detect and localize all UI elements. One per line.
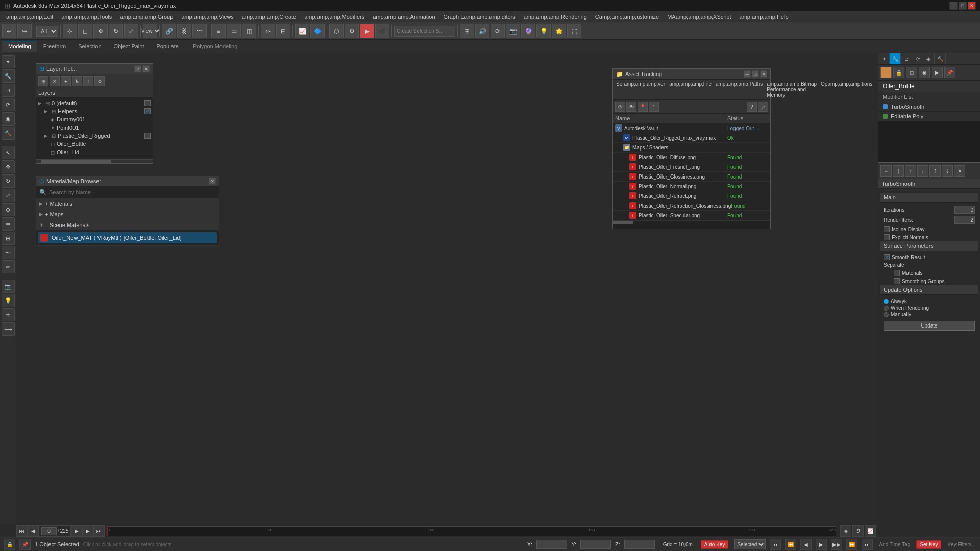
- hierarchy-btn[interactable]: ⊿: [2, 84, 15, 97]
- nav-icon-2[interactable]: |: [893, 165, 904, 177]
- asset-row-vault[interactable]: V Autodesk Vault Logged Out ...: [613, 123, 770, 133]
- menu-graph-editors[interactable]: Graph Eamp;amp;amp;ditors: [439, 13, 520, 21]
- rect-region-btn[interactable]: ▭: [227, 24, 241, 38]
- paint-left[interactable]: ✏: [2, 260, 15, 273]
- playback-play[interactable]: ▶: [816, 539, 827, 550]
- asset-row-refraction-glossiness[interactable]: i Plastic_Oiler_Refraction_Glossiness.pn…: [613, 201, 770, 211]
- status-icon-pin[interactable]: 📌: [19, 539, 31, 550]
- update-button[interactable]: Update: [884, 321, 975, 331]
- render-setup-btn[interactable]: ⚙: [345, 24, 359, 38]
- coord-system-select[interactable]: View: [139, 28, 161, 34]
- asset-tb-help[interactable]: ?: [747, 102, 757, 112]
- asset-menu-paths[interactable]: amp;amp;amp;Paths: [716, 81, 763, 98]
- smoothing-groups-checkbox[interactable]: [894, 278, 900, 284]
- tab-freeform[interactable]: Freeform: [37, 41, 72, 52]
- asset-scrollbar[interactable]: [613, 220, 770, 224]
- time-config-btn[interactable]: ⏱: [852, 525, 864, 537]
- asset-row-maps[interactable]: 📁 Maps / Shaders: [613, 143, 770, 153]
- asset-row-glossiness[interactable]: i Plastic_Oiler_Glossiness.png Found: [613, 172, 770, 182]
- nav-icon-1[interactable]: ←: [880, 165, 892, 177]
- search-input[interactable]: [49, 189, 216, 195]
- x-coord-input[interactable]: [536, 540, 567, 549]
- tab-modeling[interactable]: Modeling: [2, 41, 37, 52]
- timeline-track[interactable]: 0 50 100 150 200 225: [107, 526, 836, 536]
- key-filters-btn[interactable]: Key Filters...: [947, 542, 976, 547]
- asset-menu-file[interactable]: amp;amp;amp;File: [669, 81, 712, 98]
- nav-icon-7[interactable]: ✕: [954, 165, 965, 177]
- mirror-btn[interactable]: ⇔: [261, 24, 275, 38]
- materials-checkbox[interactable]: [894, 270, 900, 276]
- layer-tb-up[interactable]: ↑: [83, 76, 93, 86]
- asset-menu-bitmap[interactable]: amp;amp;amp;Bitmap Performance and Memor…: [767, 81, 817, 98]
- asset-menu-options[interactable]: Opamp;amp;amp;tions: [821, 81, 872, 98]
- link-btn[interactable]: 🔗: [162, 24, 176, 38]
- window-crossing-btn[interactable]: ◫: [242, 24, 256, 38]
- layer-row-helpers[interactable]: ▶ ⊟ Helpers ✓: [36, 107, 153, 115]
- render-frame-btn[interactable]: ⬛: [375, 24, 389, 38]
- bind-space-warp-btn[interactable]: 〜: [192, 24, 207, 38]
- layer-row-oiler-lid[interactable]: ◻ Oiler_Lid: [36, 148, 153, 156]
- spacewarp-left[interactable]: ⟿: [2, 322, 15, 336]
- radio-manually[interactable]: Manually: [884, 311, 975, 318]
- scale-btn[interactable]: ⤢: [124, 24, 138, 38]
- playback-first[interactable]: ⏮: [770, 539, 781, 550]
- layer-checkbox-helpers[interactable]: ✓: [144, 108, 151, 114]
- playback-prev[interactable]: ◀: [800, 539, 812, 550]
- prev-frame-btn[interactable]: ◀: [28, 525, 39, 537]
- asset-tb-expand[interactable]: ⤢: [758, 102, 768, 112]
- toolbar-redo[interactable]: ↪: [17, 24, 32, 38]
- tab-object-paint[interactable]: Object Paint: [108, 41, 151, 52]
- layer-tb-create[interactable]: ⊞: [38, 76, 48, 86]
- layer-panel-titlebar[interactable]: ⊞ Layer: Hel... ? ✕: [36, 64, 153, 74]
- material-panel-titlebar[interactable]: ⬡ Material/Map Browser ✕: [36, 176, 219, 187]
- layer-tb-settings[interactable]: ⚙: [94, 76, 105, 86]
- rotate-left[interactable]: ↻: [2, 174, 15, 188]
- asset-hscroll[interactable]: [613, 224, 770, 229]
- asset-panel-titlebar[interactable]: 📁 Asset Tracking — □ ✕: [613, 69, 770, 80]
- material-editor-btn[interactable]: ⬡: [329, 24, 344, 38]
- unlink-btn[interactable]: ⛓: [177, 24, 191, 38]
- align-btn[interactable]: ⊟: [276, 24, 290, 38]
- explicit-normals-checkbox[interactable]: [884, 234, 890, 240]
- scale-left[interactable]: ⤢: [2, 189, 15, 202]
- goto-start-btn[interactable]: ⏮: [16, 525, 28, 537]
- layer-tb-add[interactable]: +: [61, 76, 71, 86]
- status-icon-lock[interactable]: 🔒: [4, 539, 15, 550]
- radio-when-rendering[interactable]: When Rendering: [884, 305, 975, 311]
- nav-icon-5[interactable]: ⇑: [929, 165, 941, 177]
- layer-row-oiler-bottle[interactable]: ◻ Oiler_Bottle: [36, 140, 153, 148]
- helper-left[interactable]: ✛: [2, 308, 15, 321]
- layer-panel-close[interactable]: ✕: [142, 65, 150, 72]
- asset-row-maxfile[interactable]: M Plastic_Oiler_Rigged_max_vray.max Ok: [613, 133, 770, 143]
- maps-header[interactable]: ▶ + Maps: [36, 209, 219, 219]
- camera-left[interactable]: 📷: [2, 280, 15, 293]
- nav-icon-4[interactable]: ↓: [917, 165, 928, 177]
- curve-left[interactable]: 〜: [2, 246, 15, 259]
- playback-last[interactable]: ⏭: [862, 539, 873, 550]
- curve-editor-btn[interactable]: 📈: [295, 24, 309, 38]
- asset-panel-max[interactable]: □: [752, 70, 759, 78]
- asset-row-refract[interactable]: i Plastic_Oiler_Refract.png Found: [613, 191, 770, 201]
- layer-tb-delete[interactable]: ✕: [50, 76, 60, 86]
- close-button[interactable]: ✕: [968, 2, 976, 10]
- array-left[interactable]: ⊞: [2, 232, 15, 245]
- playback-next[interactable]: ▶▶: [831, 539, 842, 550]
- schematic-btn[interactable]: 🔷: [310, 24, 325, 38]
- panel-icon-lock[interactable]: 🔒: [893, 67, 904, 78]
- menu-help[interactable]: amp;amp;amp;Help: [736, 13, 793, 21]
- asset-menu-server[interactable]: Seramp;amp;amp;ver: [616, 81, 665, 98]
- material-item-oiler[interactable]: Oiler_New_MAT ( VRayMtl ) [Oiler_Bottle,…: [38, 232, 217, 243]
- selected-dropdown[interactable]: Selected: [734, 539, 766, 549]
- panel-icon-pin[interactable]: 📌: [944, 67, 955, 78]
- frame-input[interactable]: [41, 527, 57, 535]
- toolbar-undo[interactable]: ↩: [2, 24, 16, 38]
- asset-row-normal[interactable]: i Plastic_Oiler_Normal.png Found: [613, 182, 770, 191]
- key-mode-btn[interactable]: ◈: [840, 525, 851, 537]
- maximize-button[interactable]: □: [959, 2, 967, 10]
- scene-materials-header[interactable]: ▼ - Scene Materials: [36, 220, 219, 230]
- menu-tools[interactable]: amp;amp;amp;Tools: [57, 13, 116, 21]
- panel-tab-create[interactable]: ✦: [878, 53, 890, 64]
- light-left[interactable]: 💡: [2, 294, 15, 307]
- minimize-button[interactable]: —: [949, 2, 958, 10]
- menu-group[interactable]: amp;amp;amp;Group: [116, 13, 177, 21]
